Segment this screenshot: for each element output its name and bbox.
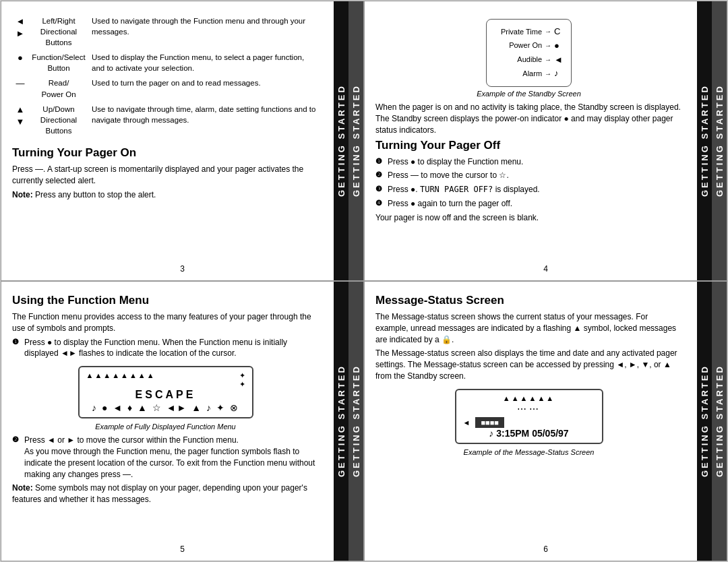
function-menu-caption: Example of Fully Displayed Function Menu bbox=[12, 423, 319, 431]
page-6-content: Message-Status Screen The Message-status… bbox=[375, 294, 716, 456]
page-3-content: ◄► Left/RightDirectionalButtons Used to … bbox=[12, 13, 353, 200]
standby-arrow-3: → bbox=[545, 55, 551, 65]
directional-label: Left/RightDirectionalButtons bbox=[28, 13, 89, 50]
page-number-3: 3 bbox=[180, 264, 185, 274]
msg-bar: ■■■■ bbox=[475, 417, 504, 428]
table-row: — Read/Power On Used to turn the pager o… bbox=[12, 75, 319, 101]
banner-text-6: GETTING STARTED bbox=[348, 282, 363, 561]
step-2: ❷ Press — to move the cursor to ☆. bbox=[375, 170, 682, 181]
msg-alarm-icon: ♪ bbox=[489, 428, 493, 439]
step-num-4: ❹ bbox=[375, 198, 382, 208]
page-6-quadrant: Message-Status Screen The Message-status… bbox=[364, 281, 727, 561]
page-5-banner: GETTING STARTED GETTING STARTED bbox=[334, 282, 363, 561]
function-menu-bottom-icons: ♪ ● ◄ ♦ ▲ ☆ ◄► ▲ ♪ ✦ ⊗ bbox=[86, 402, 245, 413]
msg-status-diagram-wrapper: ▲▲▲▲▲▲ ⋯⋯ ◄ ■■■■ ♪ 3:15PM 05/05/97 Examp… bbox=[375, 385, 682, 456]
standby-arrow-2: → bbox=[545, 40, 551, 51]
turning-off-steps: ❶ Press ● to display the Function menu. … bbox=[375, 156, 682, 210]
turning-on-note: Note: Press any button to stop the alert… bbox=[12, 189, 319, 201]
page-4-content: Private Time → C Power On → ● Audible → … bbox=[375, 13, 716, 224]
banner-text-7: GETTING STARTED bbox=[697, 282, 712, 561]
turning-on-heading: Turning Your Pager On bbox=[12, 146, 319, 160]
msg-top-icons: ▲▲▲▲▲▲ bbox=[463, 394, 595, 402]
function-menu-right-icons: ✦✦ bbox=[239, 371, 245, 389]
msg-arrow-icon: ◄ bbox=[463, 418, 471, 427]
function-icon: ● bbox=[12, 50, 28, 75]
step-1: ❶ Press ● to display the Function menu. bbox=[375, 156, 682, 168]
step-3: ❸ Press ●. TURN PAGER OFF? is displayed. bbox=[375, 184, 682, 195]
standby-row-3: Audible → ◄ bbox=[495, 53, 563, 67]
updown-label: Up/DownDirectionalButtons bbox=[28, 102, 89, 138]
function-menu-step2-list: ❷ Press ◄ or ► to move the cursor within… bbox=[12, 435, 319, 480]
updown-icon: ▲▼ bbox=[12, 102, 28, 138]
standby-row-4: Alarm → ♪ bbox=[495, 67, 563, 81]
msg-bottom-row: ◄ ■■■■ bbox=[463, 417, 595, 428]
read-icon: — bbox=[12, 75, 28, 101]
page-6-banner: GETTING STARTED GETTING STARTED bbox=[697, 282, 727, 561]
standby-caption: Example of the Standby Screen bbox=[375, 90, 682, 98]
msg-time: ♪ 3:15PM 05/05/97 bbox=[463, 428, 595, 439]
standby-row-1: Private Time → C bbox=[495, 25, 563, 39]
banner-text-1: GETTING STARTED bbox=[334, 1, 348, 280]
page-number-6: 6 bbox=[543, 544, 548, 554]
banner-text-8: GETTING STARTED bbox=[712, 282, 727, 561]
directional-icon: ◄► bbox=[12, 13, 28, 50]
message-status-heading: Message-Status Screen bbox=[375, 294, 682, 307]
page-4-quadrant: Private Time → C Power On → ● Audible → … bbox=[364, 1, 727, 281]
table-row: ▲▼ Up/DownDirectionalButtons Use to navi… bbox=[12, 102, 319, 138]
standby-icon-3: ◄ bbox=[554, 53, 563, 67]
function-menu-heading: Using the Function Menu bbox=[12, 294, 319, 307]
function-menu-left-icons: ▲▲▲▲▲▲▲▲ bbox=[86, 371, 156, 379]
step-num-2: ❷ bbox=[375, 170, 382, 180]
read-label: Read/Power On bbox=[28, 75, 89, 101]
function-menu-diagram-wrapper: ▲▲▲▲▲▲▲▲ ✦✦ ESCAPE ♪ ● ◄ ♦ ▲ ☆ ◄► ▲ ♪ ✦ … bbox=[12, 362, 319, 431]
step-4: ❹ Press ● again to turn the pager off. bbox=[375, 198, 682, 210]
function-desc: Used to display the Function menu, to se… bbox=[89, 50, 319, 75]
standby-label-4: Alarm bbox=[495, 68, 542, 80]
page-3-banner: GETTING STARTED GETTING STARTED bbox=[334, 1, 363, 280]
page-4-banner: GETTING STARTED GETTING STARTED bbox=[697, 1, 727, 280]
table-row: ◄► Left/RightDirectionalButtons Used to … bbox=[12, 13, 319, 50]
step-num-1: ❶ bbox=[375, 156, 382, 166]
page-3-quadrant: ◄► Left/RightDirectionalButtons Used to … bbox=[1, 1, 364, 281]
function-label: Function/SelectButton bbox=[28, 50, 89, 75]
standby-icon-1: C bbox=[554, 25, 560, 39]
banner-text-3: GETTING STARTED bbox=[697, 1, 712, 280]
function-menu-note: Note: Some symbols may not display on yo… bbox=[12, 482, 319, 505]
standby-label-1: Private Time bbox=[495, 26, 542, 38]
banner-text-4: GETTING STARTED bbox=[712, 1, 727, 280]
function-menu-title: ESCAPE bbox=[86, 389, 245, 401]
standby-label-3: Audible bbox=[495, 54, 542, 66]
standby-diagram-wrapper: Private Time → C Power On → ● Audible → … bbox=[375, 19, 682, 98]
standby-description: When the pager is on and no activity is … bbox=[375, 102, 682, 135]
standby-arrow-4: → bbox=[545, 69, 551, 80]
directional-desc: Used to navigate through the Function me… bbox=[89, 13, 319, 50]
function-step-1: ❶ Press ● to display the Function menu. … bbox=[12, 337, 319, 360]
turning-on-body: Press —. A start-up screen is momentaril… bbox=[12, 164, 319, 187]
standby-label-2: Power On bbox=[495, 40, 542, 52]
function-menu-intro: The Function menu provides access to the… bbox=[12, 311, 319, 334]
message-status-para2: The Message-status screen also displays … bbox=[375, 348, 682, 381]
function-menu-diagram: ▲▲▲▲▲▲▲▲ ✦✦ ESCAPE ♪ ● ◄ ♦ ▲ ☆ ◄► ▲ ♪ ✦ … bbox=[78, 366, 253, 418]
page-number-5: 5 bbox=[180, 544, 185, 554]
msg-status-caption: Example of the Message-Status Screen bbox=[375, 448, 682, 456]
page-5-quadrant: Using the Function Menu The Function men… bbox=[1, 281, 364, 561]
msg-status-diagram: ▲▲▲▲▲▲ ⋯⋯ ◄ ■■■■ ♪ 3:15PM 05/05/97 bbox=[455, 389, 603, 444]
banner-text-5: GETTING STARTED bbox=[334, 282, 348, 561]
updown-desc: Use to navigate through time, alarm, dat… bbox=[89, 102, 319, 138]
standby-row-2: Power On → ● bbox=[495, 39, 563, 53]
function-step-2: ❷ Press ◄ or ► to move the cursor within… bbox=[12, 435, 319, 480]
turning-off-heading: Turning Your Pager Off bbox=[375, 139, 682, 152]
function-menu-steps: ❶ Press ● to display the Function menu. … bbox=[12, 337, 319, 360]
step-num-3: ❸ bbox=[375, 184, 382, 194]
function-step-num-1: ❶ bbox=[12, 337, 19, 347]
message-status-para1: The Message-status screen shows the curr… bbox=[375, 311, 682, 345]
function-menu-top-row: ▲▲▲▲▲▲▲▲ ✦✦ bbox=[86, 371, 245, 389]
page-5-content: Using the Function Menu The Function men… bbox=[12, 294, 353, 505]
icon-table: ◄► Left/RightDirectionalButtons Used to … bbox=[12, 13, 319, 138]
page-number-4: 4 bbox=[543, 264, 548, 274]
msg-time-text: 3:15PM 05/05/97 bbox=[496, 428, 568, 439]
table-row: ● Function/SelectButton Used to display … bbox=[12, 50, 319, 75]
standby-diagram: Private Time → C Power On → ● Audible → … bbox=[486, 19, 572, 87]
standby-icon-4: ♪ bbox=[554, 67, 559, 81]
standby-arrow-1: → bbox=[545, 26, 551, 37]
